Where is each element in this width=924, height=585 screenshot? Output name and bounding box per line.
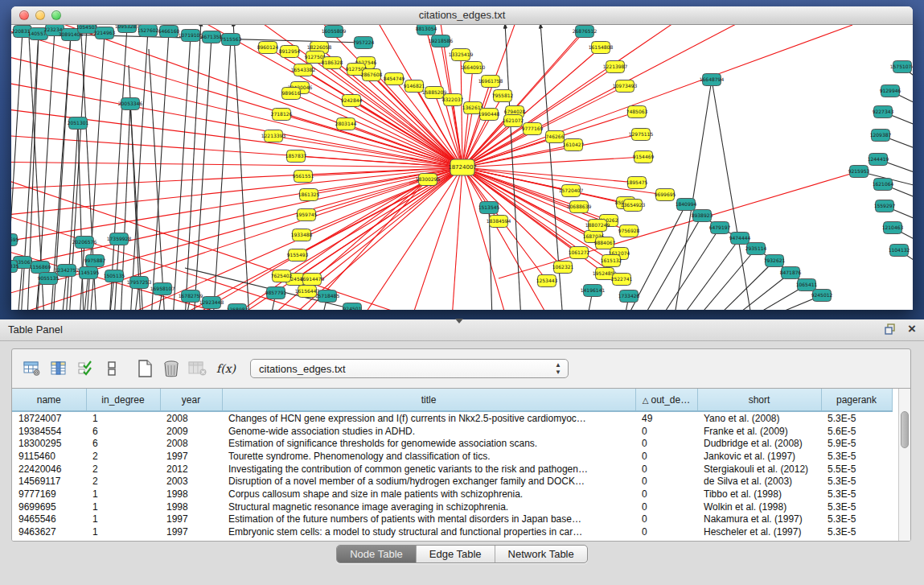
graph-edge[interactable] [149, 49, 165, 310]
table-cell[interactable]: Disruption of a novel member of a sodium… [222, 475, 635, 488]
table-cell[interactable]: 22420046 [12, 463, 86, 476]
graph-node[interactable]: 7485063 [626, 106, 648, 118]
graph-node[interactable]: 7625402 [271, 270, 293, 282]
graph-node[interactable]: 1253443 [536, 275, 558, 287]
graph-node[interactable]: 9129946 [880, 85, 901, 97]
graph-node[interactable]: 7932621 [764, 255, 786, 267]
graph-node[interactable]: 1621072 [503, 115, 524, 127]
float-window-icon[interactable] [885, 323, 897, 335]
table-row[interactable]: 946554611997Estimation of the future num… [12, 513, 911, 526]
graph-edge[interactable] [185, 25, 201, 310]
graph-node[interactable]: 9227343 [873, 106, 894, 118]
graph-edge[interactable] [730, 273, 791, 310]
table-cell[interactable]: 2 [86, 463, 160, 476]
table-cell[interactable]: 2008 [160, 437, 222, 450]
graph-node[interactable]: 9699695 [655, 189, 676, 201]
table-cell[interactable]: 18300295 [12, 437, 86, 450]
graph-node[interactable]: 8960124 [257, 42, 279, 54]
graph-node[interactable]: 8322037 [442, 94, 464, 106]
table-cell[interactable]: 5.5E-5 [821, 463, 892, 476]
graph-edge[interactable] [680, 238, 740, 310]
table-cell[interactable]: 1 [86, 411, 160, 425]
graph-node[interactable]: 9756928 [618, 225, 640, 237]
graph-node[interactable]: 16154808 [589, 42, 614, 54]
graph-node[interactable]: 1895475 [626, 177, 648, 189]
table-cell[interactable]: Changes of HCN gene expression and I(f) … [222, 411, 635, 425]
graph-node[interactable]: 8813054 [416, 25, 437, 35]
graph-edge[interactable] [505, 25, 521, 310]
table-cell[interactable]: 9115460 [12, 450, 86, 463]
table-cell[interactable]: 2009 [160, 425, 222, 438]
graph-node[interactable]: 9242844 [341, 95, 363, 107]
graph-edge[interactable] [151, 31, 169, 310]
table-row[interactable]: 911546021997Tourette syndrome. Phenomeno… [12, 450, 911, 463]
table-row[interactable]: 969969511998Structural magnetic resonanc… [12, 501, 911, 513]
graph-edge[interactable] [462, 167, 637, 183]
table-cell[interactable]: 2 [86, 475, 160, 488]
graph-node[interactable]: 12213393 [261, 130, 286, 142]
table-cell[interactable]: 49 [635, 411, 697, 425]
graph-node[interactable]: 7957224 [353, 37, 375, 49]
graph-edge[interactable] [78, 123, 84, 310]
graph-node[interactable]: 4671358 [201, 31, 223, 43]
table-cell[interactable]: 2012 [160, 463, 222, 476]
splitter-grip-icon[interactable] [455, 319, 463, 323]
table-row[interactable]: 1872400712008Changes of HCN gene express… [12, 411, 911, 425]
graph-edge[interactable] [462, 25, 852, 167]
table-cell[interactable]: 18724007 [12, 411, 86, 425]
graph-node[interactable]: 746266 [546, 131, 565, 143]
table-row[interactable]: 1830029562008Estimation of significance … [12, 437, 911, 450]
table-cell[interactable]: 1 [86, 525, 160, 538]
table-cell[interactable]: 0 [635, 525, 697, 538]
graph-node[interactable]: 1258987 [227, 304, 248, 311]
graph-node[interactable]: 18300295 [416, 174, 441, 186]
graph-node[interactable]: 9245012 [811, 290, 833, 302]
table-cell[interactable]: 0 [635, 425, 697, 438]
graph-node[interactable]: 17359928 [107, 233, 132, 245]
graph-node[interactable]: 1559297 [874, 200, 896, 212]
graph-node[interactable]: 13654923 [621, 200, 646, 212]
graph-edge[interactable] [712, 80, 752, 310]
graph-node[interactable]: 10688639 [567, 201, 592, 213]
graph-node[interactable]: 1505135 [104, 270, 125, 282]
graph-node[interactable]: 10953287 [115, 25, 140, 33]
graph-node[interactable]: 9215953 [848, 166, 870, 178]
table-cell[interactable]: Structural magnetic resonance image aver… [222, 501, 635, 513]
table-cell[interactable]: Genome-wide association studies in ADHD. [222, 425, 635, 438]
table-cell[interactable]: Jankovic et al. (1997) [697, 450, 821, 463]
table-cell[interactable]: 1 [86, 501, 160, 513]
graph-node[interactable]: 1857837 [285, 150, 307, 163]
graph-edge[interactable] [194, 37, 211, 310]
table-cell[interactable]: Stergiakouli et al. (2012) [697, 463, 821, 476]
table-cell[interactable]: 5.6E-5 [821, 425, 892, 438]
network-canvas[interactable]: 2208312140557222323443089140610545032214… [11, 25, 913, 310]
column-header-outde[interactable]: △out_de… [635, 389, 697, 411]
table-cell[interactable]: 9777169 [12, 488, 86, 501]
tab-edge-table[interactable]: Edge Table [417, 546, 495, 562]
tab-node-table[interactable]: Node Table [337, 546, 417, 562]
graph-node[interactable]: 8454749 [384, 73, 405, 85]
table-cell[interactable]: 14569117 [12, 475, 86, 488]
graph-node[interactable]: 19218586 [429, 35, 454, 47]
table-cell[interactable]: 2008 [160, 411, 222, 425]
graph-node[interactable]: 1209387 [870, 130, 892, 142]
table-cell[interactable]: 2 [86, 450, 160, 463]
table-cell[interactable]: Tibbo et al. (1998) [697, 488, 821, 501]
graph-node[interactable]: 16958107 [150, 283, 175, 295]
column-header-year[interactable]: year [160, 389, 222, 411]
graph-node[interactable]: 9055135 [38, 273, 60, 285]
table-cell[interactable]: de Silva et al. (2003) [697, 475, 821, 488]
graph-node[interactable]: 2051301 [68, 117, 89, 130]
graph-node[interactable]: 20206576 [72, 237, 97, 249]
graph-node[interactable]: 1062321 [552, 262, 574, 274]
row-selection-check-icon[interactable] [73, 356, 97, 381]
graph-node[interactable]: 2718126 [271, 109, 293, 121]
graph-node[interactable]: 18724007 [448, 159, 477, 175]
graph-edge[interactable] [450, 167, 462, 310]
graph-node[interactable]: 14196141 [581, 285, 606, 297]
table-row[interactable]: 946362711997Embryonic stem cells: a mode… [12, 525, 911, 538]
graph-node[interactable]: 1615132 [601, 255, 622, 267]
graph-node[interactable]: 1061272 [569, 247, 590, 259]
graph-node[interactable]: 1610427 [563, 139, 585, 151]
graph-node[interactable]: 1145195 [78, 267, 100, 279]
